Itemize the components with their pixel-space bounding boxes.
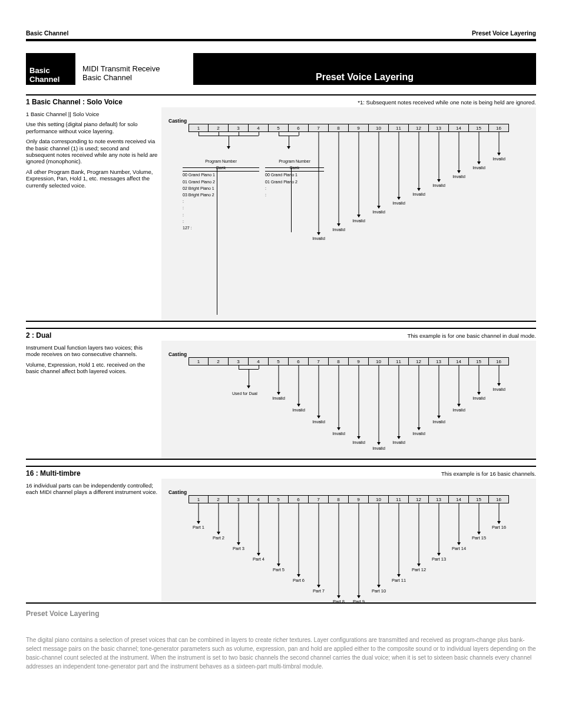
section1-header: 1 Basic Channel : Solo Voice *1: Subsequ… xyxy=(26,94,536,106)
channel-cell: 9 xyxy=(349,357,369,365)
section3-text: 16 individual parts can be independently… xyxy=(26,479,161,602)
channel-cell: 8 xyxy=(329,357,349,365)
channel-cell: 9 xyxy=(349,495,369,503)
part-label: Part 10 xyxy=(372,588,386,594)
channel-cell: 5 xyxy=(269,357,289,365)
section1-title: 1 Basic Channel : Solo Voice xyxy=(26,98,123,106)
part-label: Part 16 xyxy=(492,525,506,530)
section2-note: This example is for one basic channel in… xyxy=(407,332,536,339)
channel-cell: 12 xyxy=(409,124,429,132)
invalid-label: Invalid xyxy=(392,440,405,445)
invalid-label: Invalid xyxy=(352,440,365,445)
channel-cell: 5 xyxy=(269,495,289,503)
invalid-label: Invalid xyxy=(412,192,425,197)
sec1-p3: All other Program Bank, Program Number, … xyxy=(26,169,158,189)
channel-cell: 3 xyxy=(229,357,249,365)
channel-cell: 13 xyxy=(429,357,449,365)
channel-cell: 10 xyxy=(369,357,389,365)
part-label: Part 6 xyxy=(293,578,305,583)
part-label: Part 7 xyxy=(313,588,325,594)
section1-body: 1 Basic Channel || Solo Voice Use this s… xyxy=(26,107,536,322)
invalid-label: Invalid xyxy=(372,209,385,215)
channel-cell: 2 xyxy=(209,124,229,132)
part-label: Part 5 xyxy=(273,567,285,572)
channel-cell: 8 xyxy=(329,495,349,503)
section2-header: 2 : Dual This example is for one basic c… xyxy=(26,328,536,340)
program-map-a: Program NumberBank00 Grand Piano 101 Gra… xyxy=(183,158,259,231)
title-mid-line1: MIDI Transmit Receive xyxy=(82,64,190,74)
channel-cell: 11 xyxy=(389,124,409,132)
invalid-label: Invalid xyxy=(472,165,485,170)
invalid-label: Invalid xyxy=(312,419,325,424)
channel-cell: 10 xyxy=(369,495,389,503)
casting-label-1: Casting xyxy=(168,117,189,124)
channel-cell: 12 xyxy=(409,357,429,365)
channel-cell: 13 xyxy=(429,124,449,132)
page-header-left: Basic Channel xyxy=(26,29,68,37)
invalid-label: Invalid xyxy=(332,227,345,232)
channel-cell: 16 xyxy=(489,124,509,132)
invalid-label: Invalid xyxy=(432,183,445,188)
invalid-label: Invalid xyxy=(492,156,505,162)
channel-cell: 7 xyxy=(309,357,329,365)
invalid-label: Invalid xyxy=(412,431,425,436)
channel-cell: 5 xyxy=(269,124,289,132)
section2-diagram: Casting 12345678910111213141516 InvalidI… xyxy=(161,341,536,459)
channel-cell: 14 xyxy=(449,495,469,503)
part-label: Part 11 xyxy=(392,578,406,583)
black-bar-title: Preset Voice Layering xyxy=(193,53,536,85)
section3-diagram: Casting 12345678910111213141516 Part 1Pa… xyxy=(161,479,536,602)
section3-header: 16 : Multi-timbre This example is for 16… xyxy=(26,466,536,477)
sec1-p1: Use this setting (digital piano default)… xyxy=(26,121,158,134)
section1-text: 1 Basic Channel || Solo Voice Use this s… xyxy=(26,107,161,321)
invalid-label: Invalid xyxy=(472,396,485,401)
invalid-label: Invalid xyxy=(372,446,385,451)
channel-cell: 13 xyxy=(429,495,449,503)
fade-body: The digital piano contains a selection o… xyxy=(26,635,536,671)
fade-title: Preset Voice Layering xyxy=(26,610,536,618)
channel-cell: 15 xyxy=(469,357,489,365)
casting-label-3: Casting xyxy=(168,488,189,495)
title-block: Basic Channel MIDI Transmit Receive Basi… xyxy=(26,53,536,85)
invalid-label: Invalid xyxy=(452,174,465,179)
invalid-label: Invalid xyxy=(332,431,345,436)
channel-cell: 7 xyxy=(309,124,329,132)
section3-body: 16 individual parts can be independently… xyxy=(26,479,536,604)
channel-cell: 6 xyxy=(289,357,309,365)
section1-diagram: Casting 12345678910111213141516 InvalidI… xyxy=(161,107,536,321)
invalid-label: Invalid xyxy=(312,236,325,241)
channel-cell: 11 xyxy=(389,495,409,503)
black-tag: Basic Channel xyxy=(26,53,75,85)
part-label: Part 13 xyxy=(432,556,446,562)
invalid-label: Invalid xyxy=(492,387,505,392)
channel-cell: 4 xyxy=(249,124,269,132)
section1-note: *1: Subsequent notes received while one … xyxy=(358,99,536,106)
channel-cell: 12 xyxy=(409,495,429,503)
part-label: Part 8 xyxy=(333,599,345,604)
invalid-label: Invalid xyxy=(452,407,465,413)
channel-cell: 1 xyxy=(189,124,209,132)
invalid-label: Invalid xyxy=(272,396,285,401)
part-label: Part 9 xyxy=(353,599,365,604)
channel-cell: 14 xyxy=(449,357,469,365)
sec2-p1: Volume, Expression, Hold 1 etc. received… xyxy=(26,361,158,375)
invalid-label: Invalid xyxy=(432,419,445,424)
channel-cell: 16 xyxy=(489,357,509,365)
section2-text: Instrument Dual function layers two voic… xyxy=(26,341,161,459)
part-label: Part 2 xyxy=(213,535,224,541)
part-label: Part 15 xyxy=(472,535,486,541)
channel-cell: 4 xyxy=(249,357,269,365)
top-rule xyxy=(26,39,536,41)
sec1-p0: 1 Basic Channel || Solo Voice xyxy=(26,111,158,117)
program-map-b: Program NumberBank00 Grand Piano 101 Gra… xyxy=(265,158,324,198)
part-label: Part 3 xyxy=(233,546,244,551)
channel-cell: 7 xyxy=(309,495,329,503)
channel-cell: 1 xyxy=(189,357,209,365)
black-tag-line1: Basic xyxy=(29,66,50,75)
channel-cell: 15 xyxy=(469,495,489,503)
section2-body: Instrument Dual function layers two voic… xyxy=(26,341,536,460)
part-label: Part 14 xyxy=(452,546,466,551)
channel-cell: 6 xyxy=(289,124,309,132)
page-header-right: Preset Voice Layering xyxy=(472,29,536,37)
part-label: Part 4 xyxy=(253,556,265,562)
